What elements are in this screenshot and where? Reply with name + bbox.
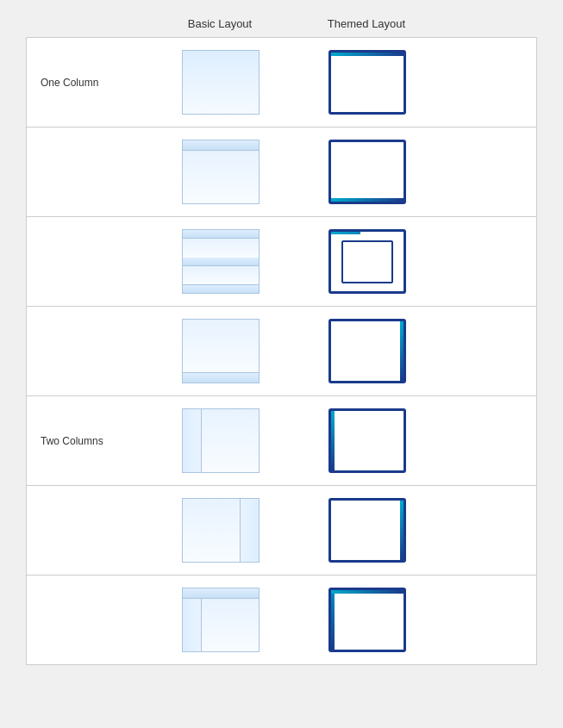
teal-bar <box>400 321 403 381</box>
top-bar <box>183 230 259 239</box>
themed-two-cols-right-thumb[interactable] <box>328 498 406 563</box>
left-col <box>183 409 202 472</box>
themed-top-two-cols-cell[interactable] <box>294 576 441 664</box>
themed-two-cols-cell[interactable] <box>294 396 441 485</box>
teal-bar <box>331 198 403 202</box>
page-wrapper: Basic Layout Themed Layout One Column <box>0 0 563 728</box>
mid-area2 <box>183 266 259 285</box>
basic-main-bottom-cell[interactable] <box>147 307 294 395</box>
bottom-bar <box>183 372 259 383</box>
themed-main-bottom-thumb[interactable] <box>328 319 406 383</box>
basic-main-bottom-thumb[interactable] <box>182 319 260 383</box>
teal-left <box>331 594 335 650</box>
themed-one-column-cell[interactable] <box>294 38 441 127</box>
row-main-bottom <box>27 307 536 396</box>
cols-area <box>183 599 259 651</box>
right-col <box>202 599 259 651</box>
row-three-rows <box>27 217 536 307</box>
basic-top-two-cols-thumb[interactable] <box>182 588 260 652</box>
row-top-main <box>27 128 536 217</box>
mid-bar <box>183 258 259 266</box>
top-bar <box>183 588 259 599</box>
themed-three-rows-cell[interactable] <box>294 217 441 306</box>
basic-top-two-cols-cell[interactable] <box>147 576 294 664</box>
themed-three-rows-thumb[interactable] <box>328 229 406 294</box>
basic-top-main-thumb[interactable] <box>182 140 260 204</box>
themed-layout-header: Themed Layout <box>293 17 440 30</box>
basic-two-cols-right-cell[interactable] <box>147 486 294 575</box>
basic-two-cols-right-thumb[interactable] <box>182 498 260 563</box>
bot-bar <box>183 284 259 293</box>
main-area <box>183 320 259 372</box>
row-top-two-cols <box>27 576 536 664</box>
basic-three-rows-thumb[interactable] <box>182 229 260 294</box>
row-two-cols-label: Two Columns <box>27 435 147 447</box>
right-col <box>240 499 259 562</box>
themed-one-column-thumb[interactable] <box>328 50 406 115</box>
themed-two-cols-thumb[interactable] <box>328 408 406 473</box>
inner-box <box>341 240 393 283</box>
basic-one-column-cell[interactable] <box>147 38 294 127</box>
row-two-cols: Two Columns <box>27 396 536 486</box>
right-col <box>202 409 259 472</box>
themed-top-two-cols-thumb[interactable] <box>328 588 406 652</box>
themed-top-main-thumb[interactable] <box>328 140 406 204</box>
themed-main-bottom-cell[interactable] <box>294 307 441 395</box>
teal-bar <box>331 53 403 56</box>
left-col <box>183 599 202 651</box>
row-two-cols-right <box>27 486 536 576</box>
body-area <box>331 594 403 650</box>
basic-one-column-thumb[interactable] <box>182 50 260 115</box>
themed-two-cols-right-cell[interactable] <box>294 486 441 575</box>
basic-three-rows-cell[interactable] <box>147 217 294 306</box>
top-bar <box>183 140 259 151</box>
themed-top-main-cell[interactable] <box>294 128 441 216</box>
row-one-column-label: One Column <box>27 77 147 89</box>
column-headers: Basic Layout Themed Layout <box>147 17 537 30</box>
main-area <box>183 151 259 203</box>
left-col <box>183 499 240 562</box>
basic-two-cols-thumb[interactable] <box>182 408 260 473</box>
basic-top-main-cell[interactable] <box>147 128 294 216</box>
teal-bar <box>331 411 335 470</box>
teal-bar <box>400 501 403 560</box>
row-one-column: One Column <box>27 38 536 128</box>
mid-area <box>183 239 259 258</box>
basic-two-cols-cell[interactable] <box>147 396 294 485</box>
layout-table: One Column <box>26 37 537 665</box>
basic-layout-header: Basic Layout <box>147 17 293 30</box>
